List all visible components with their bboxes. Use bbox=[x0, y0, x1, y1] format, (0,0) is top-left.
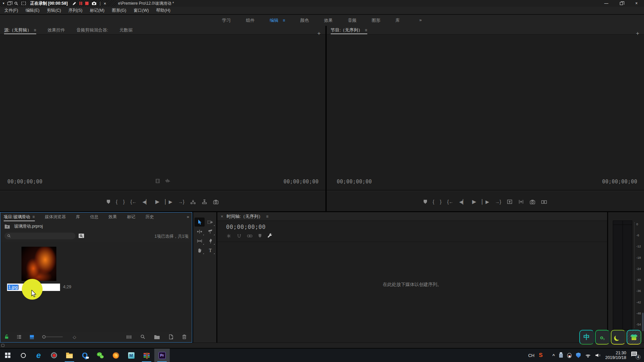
ime-chinese-mode-button[interactable]: 中 bbox=[579, 330, 594, 345]
zoom-slider[interactable] bbox=[42, 334, 63, 340]
type-tool[interactable]: T bbox=[205, 246, 215, 255]
new-item-icon[interactable] bbox=[168, 334, 173, 340]
step-forward-icon[interactable]: ▏▶ bbox=[165, 199, 172, 204]
step-back-icon[interactable]: ◀▏ bbox=[459, 199, 467, 204]
source-scrub-bar[interactable] bbox=[0, 190, 325, 191]
taskbar-premiere[interactable]: Pr bbox=[154, 349, 170, 362]
program-button-editor-icon[interactable]: + bbox=[636, 31, 639, 36]
tab-media-browser[interactable]: 媒体浏览器 bbox=[45, 214, 66, 220]
add-marker-icon[interactable] bbox=[107, 200, 110, 204]
taskbar-screen-recorder[interactable] bbox=[46, 349, 62, 362]
recorder-close-icon[interactable]: × bbox=[104, 1, 106, 6]
tab-effect-controls[interactable]: 效果控件 bbox=[48, 27, 65, 33]
clock[interactable]: 21:30 2019/10/18 bbox=[605, 351, 626, 360]
go-to-out-icon[interactable]: →} bbox=[495, 199, 501, 204]
snap-magnet-icon[interactable] bbox=[236, 233, 242, 239]
step-forward-icon[interactable]: ▏▶ bbox=[482, 199, 489, 204]
selection-tool[interactable] bbox=[195, 218, 205, 227]
taskbar-file-explorer[interactable] bbox=[62, 349, 77, 362]
qq-tray-icon[interactable] bbox=[567, 353, 572, 358]
timeline-playhead-timecode[interactable]: 00;00;00;00 bbox=[226, 224, 266, 230]
start-button[interactable] bbox=[0, 349, 15, 362]
lift-icon[interactable] bbox=[507, 199, 513, 204]
program-current-timecode[interactable]: 00;00;00;00 bbox=[337, 179, 372, 185]
find-icon[interactable] bbox=[140, 334, 146, 340]
project-file-name[interactable]: 玻璃滑动.prproj bbox=[14, 224, 43, 229]
tab-history[interactable]: 历史 bbox=[146, 214, 154, 220]
mark-in-icon[interactable]: { bbox=[116, 199, 117, 204]
recorder-dropdown-icon[interactable]: ▾ bbox=[3, 2, 4, 5]
nest-sequence-icon[interactable] bbox=[226, 233, 231, 239]
action-center-button[interactable]: 4 bbox=[631, 351, 641, 360]
taskbar-qq-browser[interactable]: Q bbox=[77, 349, 93, 362]
export-frame-icon[interactable] bbox=[213, 199, 219, 204]
mark-in-icon[interactable]: { bbox=[433, 199, 434, 204]
ime-punctuation-button[interactable]: o, bbox=[595, 330, 610, 345]
menu-help[interactable]: 帮助(H) bbox=[153, 8, 174, 13]
project-tabs-overflow-icon[interactable]: » bbox=[185, 214, 189, 219]
tab-program[interactable]: 节目:（无序列） ≡ bbox=[331, 26, 367, 34]
automate-to-sequence-icon[interactable] bbox=[126, 335, 132, 340]
workspace-editing-menu-icon[interactable]: ≡ bbox=[283, 18, 285, 23]
timeline-settings-wrench-icon[interactable] bbox=[267, 233, 273, 239]
screenshot-camera-icon[interactable] bbox=[92, 1, 97, 5]
tab-audio-clip-mixer[interactable]: 音频剪辑混合器: bbox=[76, 27, 108, 33]
pen-tool[interactable] bbox=[205, 236, 215, 245]
workspace-tab-learning[interactable]: 学习 bbox=[222, 17, 231, 23]
usb-device-icon[interactable] bbox=[559, 354, 563, 358]
annotate-pencil-icon[interactable] bbox=[72, 1, 76, 6]
project-content-area[interactable]: 1.jpg 4;29 bbox=[1, 242, 192, 332]
tab-source[interactable]: 源:（无剪辑） ≡ bbox=[4, 26, 36, 34]
taskbar-cortana[interactable] bbox=[15, 349, 31, 362]
workspace-tab-libraries[interactable]: 库 bbox=[395, 17, 400, 23]
track-select-forward-tool[interactable] bbox=[205, 218, 215, 227]
menu-window[interactable]: 窗口(W) bbox=[130, 8, 152, 13]
linked-selection-icon[interactable] bbox=[247, 233, 253, 239]
workspace-tab-audio[interactable]: 音频 bbox=[348, 17, 357, 23]
stop-recording-icon[interactable] bbox=[85, 2, 89, 5]
source-viewer[interactable] bbox=[0, 35, 325, 176]
icon-view-icon[interactable] bbox=[29, 334, 35, 340]
new-search-bin-icon[interactable] bbox=[78, 233, 85, 239]
workspace-tab-editing[interactable]: 编辑 bbox=[270, 17, 278, 23]
menu-edit[interactable]: 编辑(E) bbox=[22, 8, 43, 13]
pause-recording-icon[interactable] bbox=[79, 2, 82, 5]
sort-order-icon[interactable]: ◇ bbox=[73, 335, 76, 340]
taskbar-winrar[interactable] bbox=[139, 349, 154, 362]
security-shield-icon[interactable] bbox=[576, 353, 581, 358]
export-frame-icon[interactable] bbox=[530, 199, 535, 204]
language-indicator[interactable]: CH bbox=[528, 353, 535, 358]
go-to-in-icon[interactable]: {← bbox=[447, 199, 453, 204]
timeline-close-icon[interactable]: × bbox=[221, 214, 223, 219]
wifi-icon[interactable] bbox=[585, 353, 591, 358]
workspace-tab-graphics[interactable]: 图形 bbox=[372, 17, 380, 23]
program-panel-menu-icon[interactable]: ≡ bbox=[365, 28, 367, 33]
source-button-editor-icon[interactable]: + bbox=[317, 31, 321, 36]
tab-markers[interactable]: 标记 bbox=[127, 214, 136, 220]
tab-timeline[interactable]: 时间轴:（无序列） bbox=[227, 214, 263, 220]
minimize-button[interactable]: — bbox=[599, 0, 614, 7]
restore-button[interactable] bbox=[614, 0, 629, 7]
workspace-tab-assembly[interactable]: 组件 bbox=[246, 17, 255, 23]
insert-icon[interactable] bbox=[190, 199, 196, 204]
source-panel-menu-icon[interactable]: ≡ bbox=[34, 28, 36, 33]
tab-libraries[interactable]: 库 bbox=[76, 214, 80, 220]
taskbar-wechat[interactable] bbox=[93, 349, 108, 362]
razor-tool[interactable] bbox=[205, 227, 215, 236]
tab-info[interactable]: 信息 bbox=[90, 214, 99, 220]
timeline-add-marker-icon[interactable] bbox=[258, 233, 262, 239]
ime-night-mode-button[interactable] bbox=[611, 330, 626, 345]
taskbar-maya[interactable]: M bbox=[123, 349, 139, 362]
taskbar-firefox[interactable] bbox=[108, 349, 123, 362]
delete-trash-icon[interactable] bbox=[182, 334, 187, 340]
menu-file[interactable]: 文件(F) bbox=[1, 8, 22, 13]
show-hidden-icons-chevron[interactable]: ^ bbox=[552, 353, 555, 358]
drag-audio-icon[interactable] bbox=[165, 178, 170, 184]
clip-thumbnail[interactable] bbox=[21, 247, 56, 281]
mark-out-icon[interactable]: } bbox=[440, 199, 442, 204]
project-writable-icon[interactable] bbox=[4, 334, 9, 340]
tab-effects[interactable]: 效果 bbox=[109, 214, 117, 220]
menu-markers[interactable]: 标记(M) bbox=[86, 8, 108, 13]
new-bin-icon[interactable] bbox=[154, 335, 160, 340]
project-root-folder-icon[interactable] bbox=[4, 224, 10, 229]
